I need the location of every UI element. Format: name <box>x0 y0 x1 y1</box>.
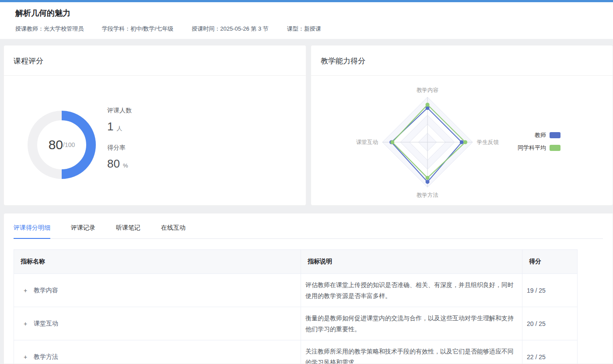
score-stats: 评课人数 1 人 得分率 80 % <box>107 107 132 171</box>
course-score-card: 课程评分 80 /100 评课人数 1 人 得分率 80 % <box>4 45 306 206</box>
indicator-desc: 评估教师在课堂上传授的知识是否准确、相关、有深度，并且组织良好，同时使用的教学资… <box>305 280 518 301</box>
tab-listening-notes[interactable]: 听课笔记 <box>116 224 140 238</box>
indicator-name: 教学内容 <box>34 287 58 294</box>
score-donut-chart: 80 /100 <box>25 108 99 182</box>
col-indicator-name: 指标名称 <box>14 250 301 274</box>
stat-raters-value: 1 <box>107 120 113 133</box>
legend-average-swatch <box>550 145 560 151</box>
donut-center-label: 80 /100 <box>25 108 99 182</box>
col-score: 得分 <box>522 250 578 274</box>
course-score-title: 课程评分 <box>14 57 43 65</box>
detail-section-card: 评课得分明细 评课记录 听课笔记 在线互动 指标名称 指标说明 得分 + 教学内… <box>4 213 613 364</box>
legend-average-label: 同学科平均 <box>518 144 546 152</box>
tab-review-records[interactable]: 评课记录 <box>71 224 95 238</box>
radar-svg: 教学内容学生反馈教学方法课堂互动 <box>311 76 613 206</box>
tab-score-detail[interactable]: 评课得分明细 <box>14 224 50 239</box>
meta-teacher: 授课教师：光大学校管理员 <box>15 25 84 33</box>
detail-tabs: 评课得分明细 评课记录 听课笔记 在线互动 <box>14 224 603 239</box>
svg-text:学生反馈: 学生反馈 <box>477 139 499 145</box>
indicator-name: 教学方法 <box>34 353 58 361</box>
legend-item-subject-average[interactable]: 同学科平均 <box>518 144 560 152</box>
legend-teacher-label: 教师 <box>535 131 546 139</box>
svg-text:教学内容: 教学内容 <box>417 87 439 93</box>
indicator-name: 课堂互动 <box>34 320 58 328</box>
score-value: 80 <box>49 137 63 152</box>
page-title: 解析几何的魅力 <box>15 8 70 18</box>
table-row: + 课堂互动 衡量的是教师如何促进课堂内的交流与合作，以及这些互动对学生理解和支… <box>14 307 578 340</box>
stat-raters-unit: 人 <box>116 125 122 133</box>
indicator-desc: 关注教师所采用的教学策略和技术手段的有效性，以及它们是否能够适应不同的学习风格和… <box>305 346 518 364</box>
teaching-ability-title: 教学能力得分 <box>321 57 365 65</box>
radar-legend: 教师 同学科平均 <box>518 131 560 152</box>
stat-raters-label: 评课人数 <box>107 107 132 115</box>
legend-teacher-swatch <box>550 132 560 138</box>
svg-text:教学方法: 教学方法 <box>417 192 438 198</box>
svg-text:课堂互动: 课堂互动 <box>356 139 378 145</box>
table-row: + 教学方法 关注教师所采用的教学策略和技术手段的有效性，以及它们是否能够适应不… <box>14 340 578 364</box>
expand-icon[interactable]: + <box>23 287 28 294</box>
page-header: 解析几何的魅力 授课教师：光大学校管理员 学段学科：初中/数学/七年级 授课时间… <box>0 2 613 39</box>
course-score-card-header: 课程评分 <box>4 46 306 76</box>
stat-rate-unit: % <box>123 162 128 169</box>
table-header-row: 指标名称 指标说明 得分 <box>14 250 578 274</box>
meta-type: 课型：新授课 <box>287 25 321 33</box>
expand-icon[interactable]: + <box>23 354 28 360</box>
expand-icon[interactable]: + <box>23 320 28 327</box>
indicator-desc: 衡量的是教师如何促进课堂内的交流与合作，以及这些互动对学生理解和支持他们学习的重… <box>305 313 518 335</box>
radar-chart: 教学内容学生反馈教学方法课堂互动 <box>311 76 613 206</box>
meta-time: 授课时间：2025-05-26 第 3 节 <box>192 25 269 33</box>
teaching-ability-card: 教学能力得分 教学内容学生反馈教学方法课堂互动 教师 同学科平均 <box>311 45 613 206</box>
score-max: /100 <box>63 141 75 148</box>
indicator-score: 20 / 25 <box>527 320 546 327</box>
stat-rate-value: 80 <box>107 157 120 171</box>
course-meta: 授课教师：光大学校管理员 学段学科：初中/数学/七年级 授课时间：2025-05… <box>15 25 321 33</box>
legend-item-teacher[interactable]: 教师 <box>518 131 560 139</box>
meta-subject: 学段学科：初中/数学/七年级 <box>102 25 173 33</box>
teaching-ability-card-header: 教学能力得分 <box>311 46 613 76</box>
table-row: + 教学内容 评估教师在课堂上传授的知识是否准确、相关、有深度，并且组织良好，同… <box>14 274 578 307</box>
indicator-table: 指标名称 指标说明 得分 + 教学内容 评估教师在课堂上传授的知识是否准确、相关… <box>14 249 578 364</box>
indicator-score: 22 / 25 <box>527 354 546 360</box>
indicator-score: 19 / 25 <box>527 287 546 294</box>
tab-online-interaction[interactable]: 在线互动 <box>161 224 186 238</box>
stat-rate-label: 得分率 <box>107 144 132 152</box>
col-indicator-desc: 指标说明 <box>301 250 522 274</box>
